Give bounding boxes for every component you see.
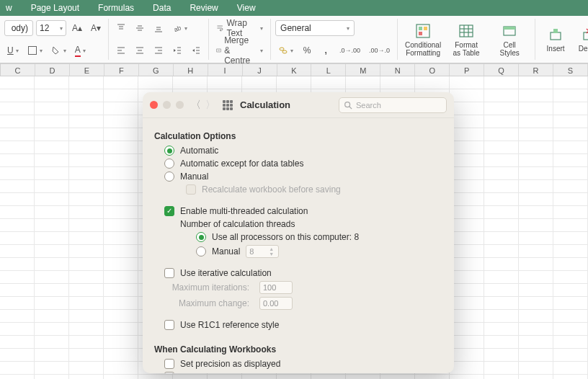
preferences-search[interactable]: Search — [339, 97, 447, 113]
col-header[interactable]: L — [311, 64, 346, 76]
menu-item[interactable]: Page Layout — [31, 3, 79, 13]
increase-indent-icon[interactable] — [188, 43, 204, 58]
ribbon-number-group: General ▾ % , .0→.00 .00→.0 — [275, 19, 398, 60]
conditional-formatting-icon — [414, 22, 432, 40]
checkbox-icon — [164, 268, 174, 278]
option-manual[interactable]: Manual — [164, 171, 442, 182]
stepper-arrows-icon: ▲▼ — [269, 246, 277, 257]
option-multithread[interactable]: Enable multi-threaded calculation — [164, 206, 442, 216]
max-iterations-input — [259, 281, 293, 294]
orientation-button[interactable]: ab — [169, 20, 190, 36]
number-format-combo[interactable]: General ▾ — [275, 20, 355, 36]
fill-color-button[interactable] — [48, 43, 69, 58]
svg-rect-32 — [419, 27, 422, 30]
insert-button[interactable]: Insert — [540, 26, 571, 53]
max-change-row: Maximum change: — [164, 297, 442, 310]
dialog-toolbar: 〈 〉 Calculation Search — [143, 92, 454, 118]
option-manual-threads[interactable]: Manual ▲▼ — [196, 245, 442, 258]
dialog-title: Calculation — [240, 99, 290, 110]
decrease-indent-icon[interactable] — [169, 43, 185, 58]
increase-font-icon[interactable]: A▴ — [69, 20, 85, 36]
menu-item[interactable]: Data — [153, 3, 171, 13]
option-iterative[interactable]: Use iterative calculation — [164, 268, 442, 278]
svg-rect-31 — [416, 24, 429, 37]
percent-button[interactable]: % — [299, 43, 315, 58]
decrease-font-icon[interactable]: A▾ — [88, 20, 104, 36]
align-middle-icon[interactable] — [132, 20, 148, 36]
svg-rect-0 — [28, 47, 36, 55]
option-label: Manual — [212, 246, 240, 257]
ribbon-font-group: ody) 12▾ A▴ A▾ U A — [4, 19, 109, 60]
increase-decimal-icon[interactable]: .0→.00 — [337, 43, 363, 58]
col-header[interactable]: K — [277, 64, 312, 76]
currency-button[interactable] — [275, 43, 296, 58]
max-iterations-label: Maximum iterations: — [164, 282, 249, 293]
conditional-formatting-button[interactable]: Conditional Formatting — [402, 22, 444, 57]
col-header[interactable]: R — [519, 64, 553, 76]
align-left-icon[interactable] — [113, 43, 129, 58]
svg-rect-41 — [504, 27, 515, 30]
option-precision[interactable]: Set precision as displayed — [164, 359, 442, 369]
col-header[interactable]: P — [450, 64, 484, 76]
menu-item[interactable]: View — [237, 3, 256, 13]
option-r1c1[interactable]: Use R1C1 reference style — [164, 320, 442, 330]
align-right-icon[interactable] — [151, 43, 166, 58]
col-header[interactable]: N — [380, 64, 415, 76]
col-header[interactable]: D — [35, 64, 70, 76]
max-iterations-row: Maximum iterations: — [164, 281, 442, 294]
col-header[interactable]: O — [415, 64, 450, 76]
option-auto-except[interactable]: Automatic except for data tables — [164, 159, 442, 169]
col-header[interactable]: H — [174, 64, 208, 76]
merge-centre-button[interactable]: Merge & Centre — [213, 43, 266, 58]
forward-button[interactable]: 〉 — [205, 99, 215, 112]
option-label: Number of calculation threads — [180, 219, 295, 229]
checkbox-icon — [164, 359, 174, 369]
col-header[interactable]: M — [346, 64, 380, 76]
font-color-button[interactable]: A — [72, 43, 89, 58]
align-bottom-icon[interactable] — [151, 20, 166, 36]
close-window-button[interactable] — [150, 101, 158, 109]
menu-item[interactable]: Review — [190, 3, 218, 13]
format-as-table-icon — [458, 22, 475, 40]
menu-item[interactable]: Formulas — [98, 3, 134, 13]
checkbox-icon — [186, 184, 196, 195]
radio-icon — [196, 232, 206, 242]
cell-styles-button[interactable]: Cell Styles — [489, 22, 530, 57]
show-all-icon[interactable] — [223, 100, 233, 110]
col-header[interactable]: I — [208, 64, 243, 76]
col-header[interactable]: Q — [484, 64, 519, 76]
ribbon-cells-group: Insert Delete Format — [540, 19, 588, 60]
option-automatic[interactable]: Automatic — [164, 146, 442, 156]
col-header[interactable]: S — [553, 64, 588, 76]
col-header[interactable]: F — [104, 64, 139, 76]
svg-text:ab: ab — [173, 24, 182, 33]
align-top-icon[interactable] — [113, 20, 129, 36]
window-controls — [150, 101, 184, 109]
font-name-combo[interactable]: ody) — [4, 20, 33, 36]
underline-button[interactable]: U — [4, 43, 22, 58]
checkbox-icon — [164, 206, 174, 216]
col-header[interactable]: J — [243, 64, 277, 76]
comma-button[interactable]: , — [318, 43, 334, 58]
radio-icon — [164, 146, 174, 156]
option-use-all-processors[interactable]: Use all processors on this computer: 8 — [196, 232, 442, 242]
wrap-text-button[interactable]: Wrap Text — [213, 20, 266, 36]
delete-button[interactable]: Delete — [573, 26, 588, 53]
col-header[interactable]: C — [1, 64, 35, 76]
option-1904[interactable]: Use 1904 date system — [164, 372, 442, 373]
col-header[interactable]: E — [70, 64, 104, 76]
menu-item[interactable]: w — [6, 3, 12, 13]
option-label: Automatic — [180, 146, 218, 156]
font-size-combo[interactable]: 12▾ — [36, 20, 66, 36]
ribbon: ody) 12▾ A▴ A▾ U A ab — [0, 16, 588, 63]
back-button[interactable]: 〈 — [191, 99, 201, 112]
max-change-label: Maximum change: — [164, 298, 249, 308]
border-button[interactable] — [24, 43, 45, 58]
svg-rect-44 — [584, 32, 588, 40]
svg-point-29 — [280, 48, 284, 50]
decrease-decimal-icon[interactable]: .00→.0 — [366, 43, 393, 58]
radio-icon — [164, 159, 174, 169]
format-as-table-button[interactable]: Format as Table — [445, 22, 487, 57]
align-center-icon[interactable] — [132, 43, 148, 58]
col-header[interactable]: G — [139, 64, 174, 76]
